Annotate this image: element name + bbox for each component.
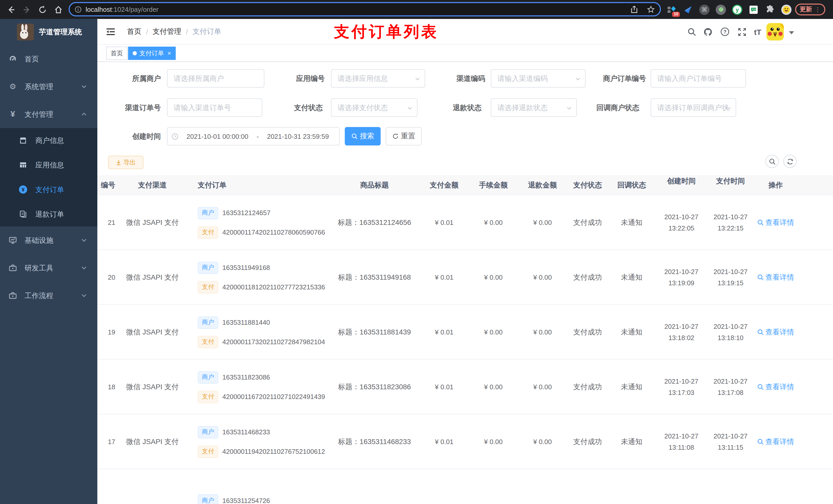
tag-home[interactable]: 首页 (106, 47, 127, 60)
sidebar-label: 首页 (25, 45, 39, 73)
profile-emoji-icon[interactable] (781, 4, 792, 15)
header-search-icon[interactable] (687, 27, 696, 37)
show-search-toggle-button[interactable] (765, 155, 779, 168)
refresh-table-button[interactable] (783, 155, 796, 168)
reset-button[interactable]: 重置 (386, 127, 422, 145)
merchant-order-no-input[interactable] (651, 70, 745, 87)
cell-notify: 未通知 (606, 360, 657, 414)
sidebar-item-payment[interactable]: ¥ 支付管理 (0, 100, 97, 128)
cell-channel: 微信 JSAPI 支付 (118, 414, 187, 469)
refund-status-input[interactable] (491, 99, 576, 116)
extension-devtool-icon[interactable]: 10 (666, 4, 677, 15)
bookmark-star-icon[interactable] (647, 5, 655, 13)
address-bar[interactable]: localhost:1024/pay/order (69, 2, 661, 16)
browser-menu-icon[interactable]: ⋮ (814, 6, 821, 13)
table-row: 20 微信 JSAPI 支付 商户 1635311949168 支付 42000… (97, 250, 833, 305)
cell-title: 标题：1635312124656 (328, 195, 421, 250)
app-input[interactable] (331, 70, 425, 87)
extension-y-icon[interactable]: y (732, 4, 743, 15)
view-detail-link[interactable]: 查看详情 (750, 360, 801, 414)
sidebar-item-pay-order[interactable]: ¥ 支付订单 (0, 177, 97, 202)
cell-id: 19 (97, 305, 115, 360)
cell-channel: 微信 JSAPI 支付 (118, 195, 187, 250)
merchant-order-no-field[interactable] (651, 69, 746, 88)
channel-code-select[interactable] (491, 69, 586, 88)
th-actions: 操作 (750, 175, 801, 195)
avatar-caret-icon[interactable] (789, 31, 794, 34)
fullscreen-icon[interactable] (737, 27, 746, 37)
sidebar-item-devtools[interactable]: 研发工具 (0, 254, 97, 282)
view-detail-link[interactable]: 查看详情 (750, 250, 801, 305)
cell-amount: ¥ 0.01 (419, 414, 470, 469)
channel-order-no-field[interactable] (167, 98, 262, 117)
pay-order-no: 4200001194202110276752100612 (222, 448, 325, 455)
merchant-input[interactable] (168, 70, 264, 87)
sidebar-item-infra[interactable]: 基础设施 (0, 226, 97, 254)
merchant-select[interactable] (167, 69, 264, 88)
cell-paid: 2021-10-2713:19:15 (705, 250, 756, 305)
app-select[interactable] (331, 69, 425, 88)
pay-status-select[interactable] (331, 98, 418, 117)
tag-label: 支付订单 (139, 49, 164, 57)
refund-status-select[interactable] (491, 98, 577, 117)
sidebar-logo[interactable]: 芋道管理系统 (0, 19, 97, 45)
cell-status: 支付成功 (562, 414, 613, 469)
view-detail-link[interactable]: 查看详情 (750, 195, 801, 250)
breadcrumb-home[interactable]: 首页 (127, 27, 141, 37)
browser-back-icon[interactable] (5, 4, 18, 16)
github-icon[interactable] (704, 27, 713, 37)
pay-status-input[interactable] (331, 99, 417, 116)
content-area: 首页 / 支付管理 / 支付订单 支付订单列表 ? tT (97, 19, 833, 504)
sidebar-item-merchant-info[interactable]: 商户信息 (0, 128, 97, 153)
documents-icon (19, 210, 27, 218)
user-avatar[interactable] (766, 23, 784, 41)
sidebar-item-refund-order[interactable]: 退款订单 (0, 202, 97, 226)
merchant-order-no: 1635311881440 (222, 318, 270, 326)
tag-close-icon[interactable]: × (168, 50, 171, 56)
sidebar-item-app-info[interactable]: 应用信息 (0, 153, 97, 177)
view-detail-label: 查看详情 (765, 273, 794, 282)
search-button[interactable]: 搜索 (345, 127, 381, 145)
font-size-icon[interactable]: tT (753, 27, 762, 37)
browser-home-icon[interactable] (52, 4, 65, 16)
sidebar-collapse-icon[interactable] (106, 27, 115, 37)
table-row: 17 微信 JSAPI 支付 商户 1635311468233 支付 42000… (97, 414, 833, 469)
notify-status-select[interactable] (651, 98, 736, 117)
extensions-puzzle-icon[interactable] (764, 4, 776, 15)
browser-forward-icon[interactable] (21, 4, 33, 16)
channel-code-input[interactable] (491, 70, 585, 87)
notify-status-input[interactable] (651, 99, 736, 116)
view-detail-link[interactable]: 查看详情 (750, 305, 801, 360)
cell-created: 2021-10-2713:22:05 (656, 195, 707, 250)
browser-reload-icon[interactable] (37, 4, 49, 16)
extension-command-icon[interactable]: ⌘ (699, 4, 710, 15)
breadcrumb-section[interactable]: 支付管理 (153, 27, 181, 37)
extension-chat-icon[interactable] (748, 4, 759, 15)
filter-label: 应用编号 (273, 69, 325, 88)
sidebar-item-workflow[interactable]: 工作流程 (0, 282, 97, 309)
monitor-chart-icon (9, 236, 17, 244)
th-order: 支付订单 (198, 175, 326, 195)
export-button[interactable]: 导出 (108, 156, 143, 169)
pay-order-no: 4200001167202110271022491439 (222, 393, 325, 401)
search-icon (757, 329, 764, 335)
share-icon[interactable] (630, 5, 638, 13)
extension-kite-icon[interactable] (682, 4, 694, 15)
cell-refund: ¥ 0.00 (517, 305, 568, 360)
channel-order-no-input[interactable] (168, 99, 262, 116)
sidebar-item-system[interactable]: ⚙ 系统管理 (0, 73, 97, 100)
view-detail-link[interactable]: 查看详情 (750, 414, 801, 469)
date-start: 2021-10-01 00:00:00 (180, 133, 255, 140)
tag-pay-order[interactable]: 支付订单 × (128, 47, 176, 60)
sidebar-item-home[interactable]: 首页 (0, 45, 97, 73)
date-range-picker[interactable]: 2021-10-01 00:00:00 - 2021-10-31 23:59:5… (167, 127, 340, 145)
logo-rabbit-image (17, 24, 34, 41)
pay-order-no: 4200001174202110278060590766 (222, 229, 325, 236)
th-created: 创建时间 (656, 175, 707, 195)
extension-recorder-icon[interactable] (715, 4, 727, 15)
pay-order-no: 4200001181202110277723215336 (222, 283, 325, 291)
cell-amount: ¥ 0.01 (419, 195, 470, 250)
chevron-down-icon (81, 237, 87, 243)
chrome-update-button[interactable]: 更新 ⋮ (795, 4, 825, 15)
help-icon[interactable]: ? (720, 27, 730, 37)
